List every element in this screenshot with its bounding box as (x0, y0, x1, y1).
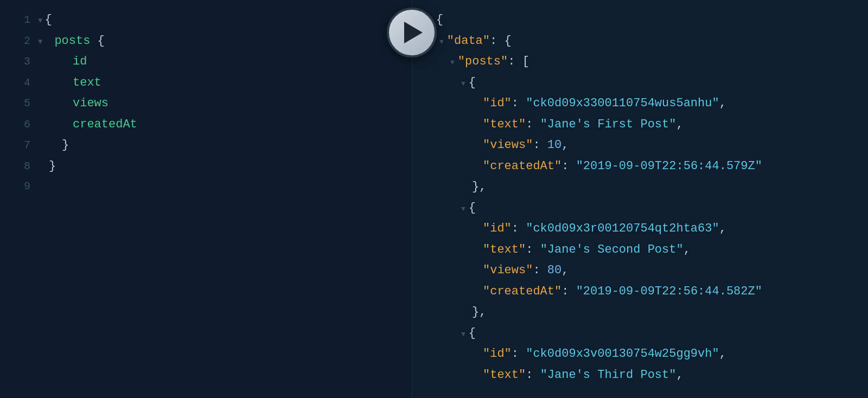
key-post2-views: "views" (483, 260, 533, 281)
json-post3-open: ▼ { (429, 323, 868, 344)
field-id: id (73, 52, 87, 73)
arrow-post3[interactable]: ▼ (461, 329, 465, 341)
field-views: views (73, 93, 108, 114)
field-created-at: createdAt (73, 114, 137, 136)
json-post1-open: ▼ { (429, 73, 868, 94)
brace-root-close: } (49, 156, 56, 177)
value-post1-views: 10 (547, 135, 561, 156)
key-post2-text: "text" (483, 240, 526, 261)
collapse-arrow-1[interactable]: ▼ (38, 14, 42, 28)
arrow-data[interactable]: ▼ (439, 36, 444, 49)
code-line-2: 2 ▼ posts { (10, 31, 412, 52)
brace-posts-close: } (62, 135, 69, 156)
json-root-open: ▼ { (429, 10, 868, 31)
json-post1-id: "id" : "ck0d09x3300110754wus5anhu" , (429, 93, 868, 114)
code-line-6: 6 createdAt (10, 114, 412, 136)
field-text: text (73, 73, 101, 94)
value-post1-text: "Jane's First Post" (540, 114, 676, 136)
query-editor-panel: 1 ▼ { 2 ▼ posts { 3 id 4 text 5 views (0, 0, 412, 398)
line-number-8: 8 (10, 157, 30, 176)
json-post2-id: "id" : "ck0d09x3r00120754qt2hta63" , (429, 219, 868, 240)
run-query-button[interactable] (387, 8, 437, 57)
json-posts-key-line: ▼ "posts" : [ (429, 52, 868, 73)
json-post2-views: "views" : 80 , (429, 260, 868, 281)
code-line-3: 3 id (10, 52, 412, 73)
code-line-9: 9 (10, 177, 412, 196)
play-icon (404, 22, 423, 43)
json-post1-text: "text" : "Jane's First Post" , (429, 114, 868, 136)
brace-posts-open: { (90, 31, 104, 52)
code-line-5: 5 views (10, 93, 412, 114)
json-post1-close: }, (429, 177, 868, 198)
arrow-post2[interactable]: ▼ (461, 203, 465, 216)
json-post1-createdat: "createdAt" : "2019-09-09T22:56:44.579Z" (429, 156, 868, 177)
arrow-posts[interactable]: ▼ (450, 57, 455, 69)
value-post1-createdat: "2019-09-09T22:56:44.579Z" (576, 156, 762, 177)
collapse-arrow-2[interactable]: ▼ (38, 35, 42, 49)
code-line-7: 7 } (10, 135, 412, 156)
line-number-2: 2 (10, 31, 30, 50)
colon-posts: : [ (508, 52, 529, 73)
line-number-9: 9 (10, 177, 30, 196)
json-post1-brace-open: { (469, 73, 476, 94)
key-post3-text: "text" (483, 365, 526, 386)
json-post2-text: "text" : "Jane's Second Post" , (429, 240, 868, 261)
json-post2-open: ▼ { (429, 198, 868, 219)
line-number-7: 7 (10, 136, 30, 155)
json-post2-brace-close: }, (472, 302, 486, 323)
main-container: 1 ▼ { 2 ▼ posts { 3 id 4 text 5 views (0, 0, 868, 398)
value-post1-id: "ck0d09x3300110754wus5anhu" (526, 93, 719, 114)
line-number-6: 6 (10, 115, 30, 134)
line-number-4: 4 (10, 73, 30, 92)
colon-data: : { (490, 31, 512, 52)
value-post2-id: "ck0d09x3r00120754qt2hta63" (526, 219, 719, 240)
json-post3-id: "id" : "ck0d09x3v00130754w25gg9vh" , (429, 344, 868, 365)
code-line-8: 8 } (10, 156, 412, 177)
value-post3-text: "Jane's Third Post" (540, 365, 676, 386)
value-post2-text: "Jane's Second Post" (540, 240, 684, 261)
open-brace-1: { (44, 10, 52, 31)
code-line-4: 4 text (10, 73, 412, 94)
key-post1-text: "text" (483, 114, 526, 136)
key-data: "data" (447, 31, 490, 52)
response-panel: ▼ { ▼ "data" : { ▼ "posts" : [ ▼ { "id" … (412, 0, 868, 398)
value-post2-views: 80 (547, 260, 561, 281)
json-root-brace-open: { (436, 10, 443, 31)
key-post2-id: "id" (483, 219, 512, 240)
json-post1-brace-close: }, (472, 177, 486, 198)
key-post1-views: "views" (483, 135, 533, 156)
json-post3-brace-open: { (469, 323, 476, 344)
value-post2-createdat: "2019-09-09T22:56:44.582Z" (576, 281, 762, 303)
key-post1-createdat: "createdAt" (483, 156, 561, 177)
field-posts: posts (54, 31, 90, 52)
line-number-1: 1 (10, 10, 30, 29)
key-posts: "posts" (458, 52, 508, 73)
arrow-post1[interactable]: ▼ (461, 78, 465, 91)
key-post1-id: "id" (483, 93, 512, 114)
line-number-5: 5 (10, 94, 30, 113)
json-post2-brace-open: { (469, 198, 476, 219)
json-post2-close: }, (429, 302, 868, 323)
play-button-wrapper (387, 8, 437, 57)
line-number-3: 3 (10, 52, 30, 71)
key-post2-createdat: "createdAt" (483, 281, 561, 303)
json-post1-views: "views" : 10 , (429, 135, 868, 156)
value-post3-id: "ck0d09x3v00130754w25gg9vh" (526, 344, 719, 365)
json-post3-text: "text" : "Jane's Third Post" , (429, 365, 868, 386)
code-line-1: 1 ▼ { (10, 10, 412, 31)
json-post2-createdat: "createdAt" : "2019-09-09T22:56:44.582Z" (429, 281, 868, 303)
json-data-key-line: ▼ "data" : { (429, 31, 868, 52)
key-post3-id: "id" (483, 344, 512, 365)
